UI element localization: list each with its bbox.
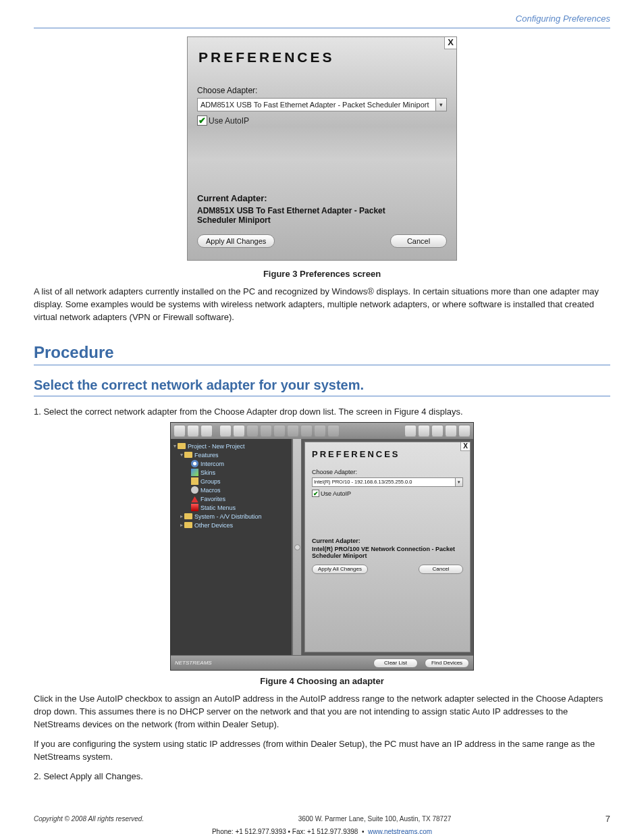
find-devices-button[interactable]: Find Devices <box>425 658 469 668</box>
static-ip-paragraph: If you are configuring the system using … <box>34 738 610 764</box>
toolbar-button-disabled <box>273 425 286 437</box>
procedure-subheading: Select the correct network adapter for y… <box>34 377 610 393</box>
skins-icon <box>191 469 198 476</box>
step-2: 2. Select Apply all Changes. <box>34 771 610 783</box>
checkmark-icon: ✔ <box>313 490 319 497</box>
procedure-divider <box>34 365 610 365</box>
procedure-heading: Procedure <box>34 343 610 362</box>
tree-item-static-menus[interactable]: Static Menus <box>200 504 236 511</box>
current-adapter-heading: Current Adapter: <box>197 193 447 203</box>
chevron-down-icon: ▾ <box>439 101 443 108</box>
groups-icon <box>191 477 198 485</box>
toolbar-button[interactable] <box>219 425 232 437</box>
chevron-down-icon: ▾ <box>458 479 460 485</box>
figure2-caption: Figure 4 Choosing an adapter <box>34 676 610 686</box>
step-1: 1. Select the correct network adapter fr… <box>34 406 610 419</box>
folder-icon <box>178 443 186 449</box>
apply-all-changes-button[interactable]: Apply All Changes <box>312 565 368 574</box>
preferences-dialog: X PREFERENCES Choose Adapter: ADM851X US… <box>187 36 457 261</box>
toolbar-button[interactable] <box>404 425 417 437</box>
toolbar-group-edit <box>219 425 340 437</box>
toolbar-help-button[interactable] <box>458 425 471 437</box>
procedure-sub-divider <box>34 396 610 396</box>
project-tree[interactable]: ▾Project - New Project ▾Features Interco… <box>171 439 292 655</box>
toolbar-button-disabled <box>300 425 313 437</box>
tree-item-favorites[interactable]: Favorites <box>200 496 225 502</box>
tree-expand-icon[interactable]: ▸ <box>179 522 184 528</box>
tree-expand-icon[interactable]: ▸ <box>179 513 184 519</box>
use-autoip-checkbox[interactable]: ✔ <box>312 490 319 497</box>
toolbar-button-disabled <box>246 425 259 437</box>
dialog-title: PREFERENCES <box>188 37 456 86</box>
toolbar-save-button[interactable] <box>200 425 213 437</box>
page-number: 7 <box>606 814 610 824</box>
current-adapter-heading: Current Adapter: <box>312 538 463 544</box>
figure1-caption: Figure 3 Preferences screen <box>34 269 610 279</box>
choose-adapter-label: Choose Adapter: <box>312 469 463 475</box>
toolbar-button-disabled <box>327 425 340 437</box>
cancel-button[interactable]: Cancel <box>419 565 463 574</box>
right-pane: X PREFERENCES Choose Adapter: Intel(R) P… <box>302 439 473 655</box>
footer-link[interactable]: www.netstreams.com <box>368 828 432 834</box>
application-window: ▾Project - New Project ▾Features Interco… <box>170 422 474 671</box>
adapter-select[interactable]: ADM851X USB To Fast Ethernet Adapter - P… <box>197 98 436 111</box>
toolbar-button[interactable] <box>445 425 457 437</box>
toolbar-new-button[interactable] <box>173 425 186 437</box>
folder-icon <box>184 452 192 458</box>
toolbar-button-disabled <box>260 425 272 437</box>
toolbar-open-button[interactable] <box>187 425 199 437</box>
apply-all-changes-button[interactable]: Apply All Changes <box>197 234 275 248</box>
adapter-select[interactable]: Intel(R) PRO/10 - 192.168.6.13/255.255.0… <box>312 477 456 487</box>
adapter-select-dropdown-button[interactable]: ▾ <box>436 98 447 111</box>
footer-copyright: Copyright © 2008 All rights reserved. <box>34 815 144 823</box>
tree-expand-icon[interactable]: ▾ <box>179 452 184 458</box>
toolbar-group-right <box>404 425 471 437</box>
collapse-icon <box>294 544 300 550</box>
tree-item-skins[interactable]: Skins <box>200 469 215 476</box>
current-adapter-value: Intel(R) PRO/100 VE Network Connection -… <box>312 546 460 559</box>
macros-icon <box>191 486 198 494</box>
close-button[interactable]: X <box>460 442 470 451</box>
cancel-button[interactable]: Cancel <box>390 234 447 248</box>
splitter-handle[interactable] <box>292 439 302 655</box>
toolbar <box>171 423 473 439</box>
intercom-icon <box>191 460 198 467</box>
folder-icon <box>184 513 192 519</box>
tree-item-other-devices[interactable]: Other Devices <box>194 522 233 529</box>
use-autoip-label: Use AutoIP <box>321 490 351 497</box>
autoip-paragraph: Click in the Use AutoIP checkbox to assi… <box>34 693 610 731</box>
use-autoip-checkbox[interactable]: ✔ <box>197 115 207 126</box>
tree-item-features[interactable]: Features <box>194 452 219 459</box>
checkmark-icon: ✔ <box>198 117 206 125</box>
close-button[interactable]: X <box>444 37 456 49</box>
dialog-title: PREFERENCES <box>305 442 470 469</box>
tree-expand-icon[interactable]: ▾ <box>172 443 178 449</box>
choose-adapter-label: Choose Adapter: <box>197 86 447 95</box>
use-autoip-label: Use AutoIP <box>209 116 249 126</box>
static-menus-icon <box>191 504 198 511</box>
toolbar-button[interactable] <box>233 425 245 437</box>
tree-item-macros[interactable]: Macros <box>200 487 221 494</box>
toolbar-button-disabled <box>314 425 326 437</box>
tree-item-groups[interactable]: Groups <box>200 478 221 485</box>
adapter-select-dropdown-button[interactable]: ▾ <box>456 477 463 487</box>
brand-logo: NETSTREAMS <box>175 660 212 666</box>
current-adapter-value: ADM851X USB To Fast Ethernet Adapter - P… <box>197 206 413 225</box>
tree-item-intercom[interactable]: Intercom <box>200 461 224 467</box>
intro-paragraph: A list of all network adapters currently… <box>34 286 610 324</box>
footer-address: 3600 W. Parmer Lane, Suite 100, Austin, … <box>298 815 452 823</box>
preferences-dialog-small: X PREFERENCES Choose Adapter: Intel(R) P… <box>304 442 471 652</box>
tree-item-project[interactable]: Project - New Project <box>188 443 245 450</box>
page-header: Configuring Preferences <box>34 14 610 24</box>
toolbar-group-file <box>173 425 213 437</box>
footer-phone: Phone: +1 512.977.9393 • Fax: +1 512.977… <box>212 828 358 834</box>
tree-item-system[interactable]: System - A/V Distribution <box>194 513 262 520</box>
toolbar-button-disabled <box>287 425 299 437</box>
status-bar: NETSTREAMS Clear List Find Devices <box>171 655 473 670</box>
toolbar-button[interactable] <box>418 425 430 437</box>
toolbar-button[interactable] <box>431 425 444 437</box>
folder-icon <box>184 522 192 528</box>
clear-list-button[interactable]: Clear List <box>373 658 418 668</box>
header-divider <box>34 28 610 28</box>
favorites-icon <box>191 495 198 502</box>
